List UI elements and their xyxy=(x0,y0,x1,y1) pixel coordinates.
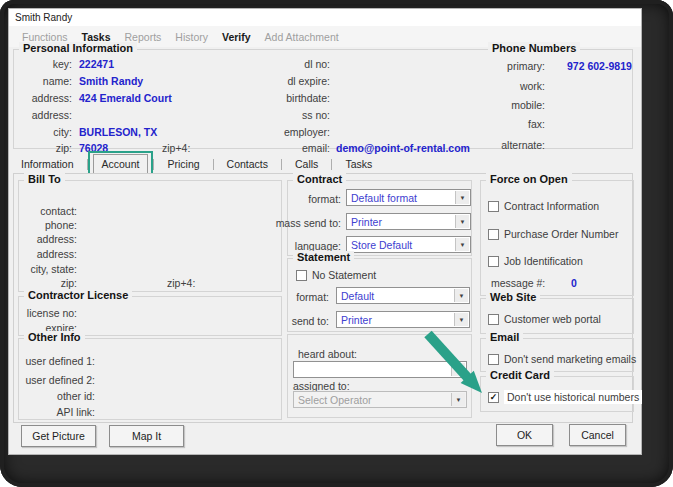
chevron-down-icon: ▼ xyxy=(456,397,462,403)
contract-information-checkbox[interactable]: Contract Information xyxy=(488,200,599,212)
tab-tasks[interactable]: Tasks xyxy=(337,155,380,173)
tab-separator xyxy=(213,159,214,170)
checkbox-box xyxy=(488,201,499,212)
field-label: fax: xyxy=(528,118,545,130)
field-label: user defined 1: xyxy=(26,355,95,367)
menu-add-attachment[interactable]: Add Attachment xyxy=(265,31,339,43)
no-historical-numbers-checkbox[interactable]: ✓ Don't use historical numbers xyxy=(488,390,642,404)
tab-separator xyxy=(331,159,332,170)
personal-info-header: Personal Information xyxy=(19,42,137,54)
field-label: contact: xyxy=(40,205,77,217)
tab-information[interactable]: Information xyxy=(13,155,82,173)
checkbox-box xyxy=(488,354,499,365)
combo-dropdown-button[interactable]: ▼ xyxy=(451,393,465,406)
selected-value: Default format xyxy=(351,192,417,204)
app-window: Smith Randy Functions Tasks Reports Hist… xyxy=(8,8,642,455)
tab-bar: Information Account Pricing Contacts Cal… xyxy=(13,153,380,175)
menu-reports[interactable]: Reports xyxy=(125,31,162,43)
menu-history[interactable]: History xyxy=(175,31,208,43)
combo-dropdown-button[interactable]: ▼ xyxy=(455,215,469,228)
field-label: dl no: xyxy=(304,58,330,70)
selected-value: Printer xyxy=(341,314,372,326)
statement-format-select[interactable]: Default ▼ xyxy=(336,287,470,304)
primary-phone-value: 972 602-9819 xyxy=(567,60,632,72)
force-on-open-header: Force on Open xyxy=(486,173,572,185)
combo-dropdown-button[interactable]: ▼ xyxy=(454,289,468,302)
field-label: address: xyxy=(32,109,72,121)
heard-about-label: heard about: xyxy=(298,348,357,360)
tab-pricing[interactable]: Pricing xyxy=(159,155,207,173)
window-frame: Smith Randy Functions Tasks Reports Hist… xyxy=(0,0,673,487)
checkbox-label: No Statement xyxy=(312,269,376,281)
tab-calls[interactable]: Calls xyxy=(287,155,326,173)
menu-verify[interactable]: Verify xyxy=(222,31,251,43)
field-label: primary: xyxy=(507,60,545,72)
field-label: dl expire: xyxy=(287,75,330,87)
ok-button[interactable]: OK xyxy=(496,424,553,446)
purchase-order-number-checkbox[interactable]: Purchase Order Number xyxy=(488,228,618,240)
menu-functions[interactable]: Functions xyxy=(22,31,68,43)
heard-about-select[interactable]: ▼ xyxy=(293,361,467,378)
bill-to-header: Bill To xyxy=(24,173,65,185)
window-title: Smith Randy xyxy=(15,12,72,23)
contractor-license-group: Contractor License license no: expire: xyxy=(18,296,282,336)
field-label: format: xyxy=(296,291,329,303)
field-value: 222471 xyxy=(79,58,114,70)
combo-dropdown-button[interactable]: ▼ xyxy=(454,313,468,326)
map-it-button[interactable]: Map It xyxy=(109,425,184,447)
checkbox-box xyxy=(296,270,307,281)
tab-account[interactable]: Account xyxy=(93,154,149,174)
get-picture-button[interactable]: Get Picture xyxy=(21,425,96,447)
field-label: zip: xyxy=(61,277,77,289)
bill-to-group: Bill To contact: phone: address: address… xyxy=(18,180,282,292)
no-statement-checkbox[interactable]: No Statement xyxy=(296,269,376,281)
checkbox-label: Purchase Order Number xyxy=(504,228,618,240)
contract-format-select[interactable]: Default format ▼ xyxy=(346,189,471,206)
field-label: name: xyxy=(43,75,72,87)
statement-send-to-select[interactable]: Printer ▼ xyxy=(336,311,470,328)
selected-value: Store Default xyxy=(351,239,412,251)
chevron-down-icon: ▼ xyxy=(456,367,462,373)
web-site-group: Web Site Customer web portal xyxy=(480,298,634,334)
checkbox-label: Don't use historical numbers xyxy=(504,390,642,404)
combo-dropdown-button[interactable]: ▼ xyxy=(451,363,465,376)
menu-tasks[interactable]: Tasks xyxy=(82,31,111,43)
contract-language-select[interactable]: Store Default ▼ xyxy=(346,236,471,253)
tab-contacts[interactable]: Contacts xyxy=(219,155,276,173)
field-label: ss no: xyxy=(302,109,330,121)
email-header: Email xyxy=(486,331,523,343)
account-tab-panel: Bill To contact: phone: address: address… xyxy=(13,173,633,423)
contract-mass-send-select[interactable]: Printer ▼ xyxy=(346,213,471,230)
field-label: phone: xyxy=(45,219,77,231)
checkbox-box-checked: ✓ xyxy=(488,392,499,403)
combo-dropdown-button[interactable]: ▼ xyxy=(455,238,469,251)
checkbox-label: Customer web portal xyxy=(504,313,601,325)
checkbox-label: Contract Information xyxy=(504,200,599,212)
field-label: address: xyxy=(37,248,77,260)
no-marketing-emails-checkbox[interactable]: Don't send marketing emails xyxy=(488,353,636,365)
combo-dropdown-button[interactable]: ▼ xyxy=(455,191,469,204)
chevron-down-icon: ▼ xyxy=(460,195,466,201)
job-identification-checkbox[interactable]: Job Identification xyxy=(488,255,583,267)
customer-web-portal-checkbox[interactable]: Customer web portal xyxy=(488,313,601,325)
field-label: city, state: xyxy=(31,263,78,275)
field-label: API link: xyxy=(56,406,95,418)
chevron-down-icon: ▼ xyxy=(460,219,466,225)
field-value: BURLESON, TX xyxy=(79,126,157,138)
misc-group: heard about: ▼ assigned to: Select Opera… xyxy=(287,334,472,418)
field-label: user defined 2: xyxy=(26,374,95,386)
selected-value: Default xyxy=(341,290,374,302)
email-group: Email Don't send marketing emails xyxy=(480,338,634,372)
tab-account-label: Account xyxy=(102,158,140,170)
chevron-down-icon: ▼ xyxy=(459,293,465,299)
cancel-button[interactable]: Cancel xyxy=(569,424,626,446)
tab-separator xyxy=(87,159,88,170)
chevron-down-icon: ▼ xyxy=(459,317,465,323)
force-on-open-group: Force on Open Contract Information Purch… xyxy=(480,180,634,296)
field-value: 424 Emerald Court xyxy=(79,92,172,104)
zip4-label: zip+4: xyxy=(167,277,195,289)
assigned-to-select[interactable]: Select Operator ▼ xyxy=(293,391,467,408)
message-number-value: 0 xyxy=(571,277,577,289)
credit-card-group: Credit Card ✓ Don't use historical numbe… xyxy=(480,376,634,412)
field-label: birthdate: xyxy=(286,92,330,104)
